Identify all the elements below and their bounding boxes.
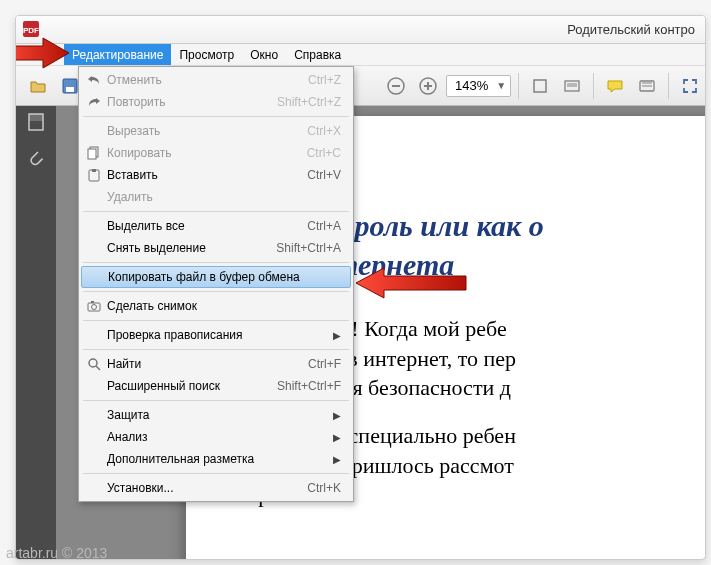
menu-help[interactable]: Справка bbox=[286, 44, 349, 65]
nav-panel bbox=[16, 106, 56, 559]
window-title: Родительский контро bbox=[567, 22, 695, 37]
menubar: Редактирование Просмотр Окно Справка bbox=[16, 44, 705, 66]
fullscreen-button[interactable] bbox=[676, 72, 704, 100]
menu-separator bbox=[83, 262, 349, 263]
tool-button-1[interactable] bbox=[526, 72, 554, 100]
menu-separator bbox=[83, 320, 349, 321]
menu-item-label: Сделать снимок bbox=[107, 299, 341, 313]
undo-icon bbox=[81, 73, 107, 87]
menu-item-label: Вставить bbox=[107, 168, 307, 182]
menu-item-label: Защита bbox=[107, 408, 333, 422]
menu-item-label: Установки... bbox=[107, 481, 307, 495]
submenu-arrow-icon: ▶ bbox=[333, 432, 341, 443]
menu-item: ОтменитьCtrl+Z bbox=[81, 69, 351, 91]
zoom-value: 143% bbox=[455, 78, 488, 93]
menu-separator bbox=[83, 349, 349, 350]
menu-item[interactable]: Копировать файл в буфер обмена bbox=[81, 266, 351, 288]
separator bbox=[518, 73, 519, 99]
svg-rect-9 bbox=[534, 80, 546, 92]
menu-item[interactable]: Установки...Ctrl+K bbox=[81, 477, 351, 499]
redo-icon bbox=[81, 95, 107, 109]
menu-item-shortcut: Ctrl+C bbox=[307, 146, 341, 160]
separator bbox=[593, 73, 594, 99]
svg-text:PDF: PDF bbox=[23, 26, 39, 35]
zoom-level-select[interactable]: 143% ▼ bbox=[446, 75, 511, 97]
menu-item[interactable]: Дополнительная разметка▶ bbox=[81, 448, 351, 470]
menu-item-label: Расширенный поиск bbox=[107, 379, 277, 393]
menu-item-label: Удалить bbox=[107, 190, 341, 204]
menu-item-label: Найти bbox=[107, 357, 308, 371]
menu-item-shortcut: Ctrl+K bbox=[307, 481, 341, 495]
menu-item-shortcut: Ctrl+V bbox=[307, 168, 341, 182]
zoom-in-button[interactable] bbox=[414, 72, 442, 100]
svg-rect-3 bbox=[66, 87, 74, 92]
menu-item[interactable]: Сделать снимок bbox=[81, 295, 351, 317]
menu-item-label: Снять выделение bbox=[107, 241, 276, 255]
menu-item-label: Копировать bbox=[107, 146, 307, 160]
svg-point-21 bbox=[92, 305, 97, 310]
watermark: artabr.ru © 2013 bbox=[6, 545, 107, 561]
submenu-arrow-icon: ▶ bbox=[333, 454, 341, 465]
menu-item[interactable]: ВставитьCtrl+V bbox=[81, 164, 351, 186]
svg-rect-22 bbox=[91, 301, 94, 303]
comment-button[interactable] bbox=[601, 72, 629, 100]
menu-item-shortcut: Shift+Ctrl+A bbox=[276, 241, 341, 255]
menu-item: Удалить bbox=[81, 186, 351, 208]
menu-item[interactable]: Анализ▶ bbox=[81, 426, 351, 448]
submenu-arrow-icon: ▶ bbox=[333, 330, 341, 341]
chevron-down-icon: ▼ bbox=[496, 80, 506, 91]
open-file-button[interactable] bbox=[24, 72, 52, 100]
menu-item-shortcut: Shift+Ctrl+Z bbox=[277, 95, 341, 109]
thumbnails-icon[interactable] bbox=[26, 112, 46, 135]
paste-icon bbox=[81, 168, 107, 182]
search-icon bbox=[81, 357, 107, 371]
menu-item-label: Вырезать bbox=[107, 124, 307, 138]
camera-icon bbox=[81, 299, 107, 313]
menu-item[interactable]: Снять выделениеShift+Ctrl+A bbox=[81, 237, 351, 259]
menu-separator bbox=[83, 291, 349, 292]
menu-item-shortcut: Ctrl+X bbox=[307, 124, 341, 138]
menu-item-label: Повторить bbox=[107, 95, 277, 109]
menu-item-shortcut: Ctrl+F bbox=[308, 357, 341, 371]
menu-item[interactable]: Расширенный поискShift+Ctrl+F bbox=[81, 375, 351, 397]
svg-rect-15 bbox=[29, 114, 43, 121]
menu-item-label: Анализ bbox=[107, 430, 333, 444]
menu-separator bbox=[83, 400, 349, 401]
titlebar: PDF Родительский контро bbox=[16, 16, 705, 44]
menu-edit[interactable]: Редактирование bbox=[64, 44, 171, 65]
pdf-file-icon: PDF bbox=[22, 20, 40, 38]
menu-item-label: Проверка правописания bbox=[107, 328, 333, 342]
menu-item-label: Отменить bbox=[107, 73, 308, 87]
menu-item: ВырезатьCtrl+X bbox=[81, 120, 351, 142]
tool-button-2[interactable] bbox=[558, 72, 586, 100]
menu-item[interactable]: Защита▶ bbox=[81, 404, 351, 426]
menu-item-label: Выделить все bbox=[107, 219, 307, 233]
adobe-reader-window: PDF Родительский контро Редактирование П… bbox=[15, 15, 706, 560]
menu-item-shortcut: Shift+Ctrl+F bbox=[277, 379, 341, 393]
menu-item-shortcut: Ctrl+A bbox=[307, 219, 341, 233]
attachments-icon[interactable] bbox=[26, 149, 46, 172]
copy-icon bbox=[81, 146, 107, 160]
menu-separator bbox=[83, 211, 349, 212]
menu-item-label: Дополнительная разметка bbox=[107, 452, 333, 466]
svg-rect-19 bbox=[92, 169, 96, 172]
menu-item[interactable]: НайтиCtrl+F bbox=[81, 353, 351, 375]
menu-separator bbox=[83, 473, 349, 474]
svg-point-23 bbox=[89, 359, 97, 367]
separator bbox=[668, 73, 669, 99]
submenu-arrow-icon: ▶ bbox=[333, 410, 341, 421]
edit-menu-dropdown: ОтменитьCtrl+ZПовторитьShift+Ctrl+ZВырез… bbox=[78, 66, 354, 502]
menu-item-label: Копировать файл в буфер обмена bbox=[108, 270, 340, 284]
svg-line-24 bbox=[96, 366, 100, 370]
menu-item: КопироватьCtrl+C bbox=[81, 142, 351, 164]
menu-window[interactable]: Окно bbox=[242, 44, 286, 65]
menu-separator bbox=[83, 116, 349, 117]
menu-item[interactable]: Выделить всеCtrl+A bbox=[81, 215, 351, 237]
menu-view[interactable]: Просмотр bbox=[171, 44, 242, 65]
menu-item-shortcut: Ctrl+Z bbox=[308, 73, 341, 87]
menu-item[interactable]: Проверка правописания▶ bbox=[81, 324, 351, 346]
share-button[interactable] bbox=[633, 72, 661, 100]
svg-rect-17 bbox=[88, 149, 96, 159]
zoom-out-button[interactable] bbox=[382, 72, 410, 100]
menu-item: ПовторитьShift+Ctrl+Z bbox=[81, 91, 351, 113]
